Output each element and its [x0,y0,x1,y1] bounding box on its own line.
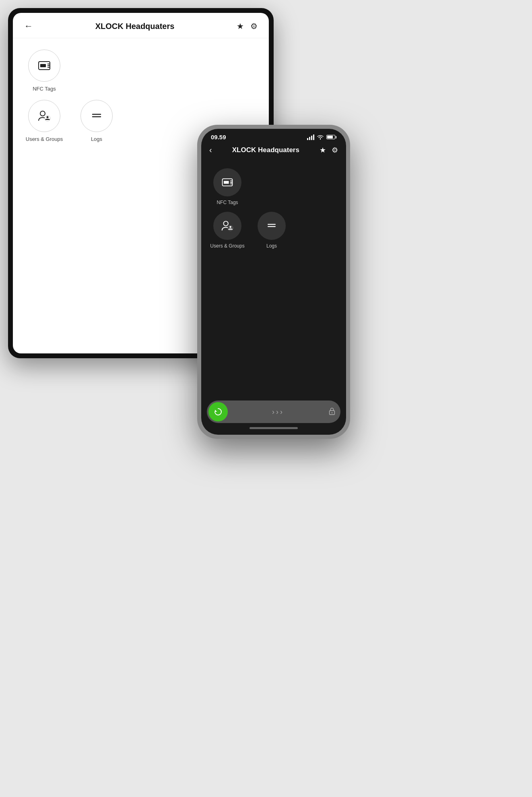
tablet-item-users-groups[interactable]: Users & Groups [24,100,64,142]
phone-nfc-tag-icon [221,176,234,189]
svg-point-7 [47,116,49,118]
svg-rect-12 [224,181,229,184]
phone-logs-label: Logs [266,243,277,249]
tablet-users-label: Users & Groups [26,136,63,142]
phone-nfc-label: NFC Tags [217,200,238,205]
phone-users-icon-circle [213,212,241,240]
phone-slider-fab[interactable] [208,402,228,421]
phone-back-button[interactable]: ‹ [209,145,212,155]
logs-icon [89,109,104,123]
phone-lock-icon [328,407,336,417]
phone-item-users-groups[interactable]: Users & Groups [209,212,245,249]
lock-icon [328,407,336,415]
phone-screen: 09.59 [201,129,346,435]
wifi-icon [317,134,324,140]
tablet-back-button[interactable]: ← [24,21,33,31]
phone-title: XLOCK Headquaters [232,146,299,154]
svg-point-5 [40,111,45,116]
phone-device: 09.59 [197,125,350,439]
phone-home-bar [250,427,298,429]
phone-item-nfc-tags[interactable]: NFC Tags [209,168,245,205]
phone-time: 09.59 [211,134,226,140]
svg-point-23 [332,412,333,413]
phone-status-bar: 09.59 [201,129,346,143]
phone-bottom: ››› [201,396,346,435]
tablet-header-actions: ★ ⚙ [237,21,258,31]
phone-row-1: NFC Tags [209,168,338,205]
phone-header-actions: ★ ⚙ [320,146,338,155]
phone-sync-icon [213,407,223,417]
tablet-gear-icon[interactable]: ⚙ [250,21,258,31]
tablet-logs-icon-circle [80,100,113,132]
phone-gear-icon[interactable]: ⚙ [332,146,338,155]
phone-header: ‹ XLOCK Headquaters ★ ⚙ [201,143,346,160]
nfc-tag-icon [37,58,52,73]
tablet-row-1: NFC Tags [24,50,258,92]
tablet-star-icon[interactable]: ★ [237,21,244,31]
tablet-logs-label: Logs [91,136,102,142]
phone-logs-icon-circle [258,212,286,240]
signal-bars-icon [307,134,314,140]
phone-users-label: Users & Groups [210,243,244,249]
tablet-title: XLOCK Headquaters [95,22,175,31]
svg-point-16 [224,221,228,226]
tablet-users-icon-circle [28,100,60,132]
users-groups-icon [36,108,52,124]
svg-marker-21 [215,410,217,412]
phone-nfc-icon-circle [213,168,241,196]
phone-logs-icon [265,219,278,232]
battery-icon [326,135,336,139]
svg-rect-1 [40,64,46,67]
tablet-item-nfc-tags[interactable]: NFC Tags [24,50,64,92]
tablet-nfc-icon-circle [28,50,60,82]
phone-row-2: Users & Groups Logs [209,212,338,249]
phone-status-icons [307,134,336,140]
phone-slider-bar[interactable]: ››› [207,401,340,423]
phone-grid: NFC Tags [209,168,338,249]
phone-content: NFC Tags [201,160,346,396]
svg-point-18 [229,226,231,228]
phone-slider-arrows: ››› [228,408,328,416]
phone-users-groups-icon [220,218,235,233]
phone-item-logs[interactable]: Logs [254,212,290,249]
phone-arrows-icon: ››› [272,408,284,416]
phone-star-icon[interactable]: ★ [320,146,326,155]
tablet-item-logs[interactable]: Logs [76,100,117,142]
tablet-nfc-label: NFC Tags [33,86,56,92]
tablet-header: ← XLOCK Headquaters ★ ⚙ [13,13,269,38]
